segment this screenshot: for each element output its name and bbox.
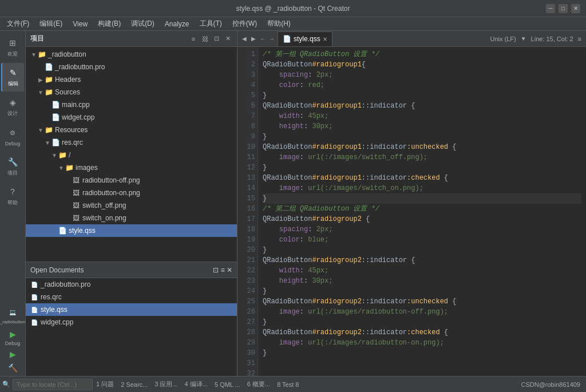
sidebar-item-build[interactable]: 🔨	[1, 362, 24, 374]
close-button[interactable]: ✕	[571, 4, 580, 13]
menu-item-e[interactable]: 编辑(E)	[35, 18, 67, 30]
status-search[interactable]: 2 Searc...	[117, 378, 151, 391]
run2-icon: ▶	[7, 349, 18, 360]
editor-area: ◀ ▶ ← → 📄 style.qss ✕ Unix (LF) ▼ Line: …	[237, 31, 586, 376]
menu-item-t[interactable]: 工具(T)	[195, 18, 227, 30]
folder-icon-resources: 📁	[44, 125, 53, 134]
tree-item-slash[interactable]: ▼ 📁 /	[26, 149, 237, 161]
code-line-1: /* 第一组 QRadioButton 设置 */	[263, 49, 581, 60]
tab-close-styleqss[interactable]: ✕	[323, 36, 327, 42]
locate-input[interactable]	[13, 379, 93, 390]
menu-item-b[interactable]: 构建(B)	[93, 18, 125, 30]
status-compile-label: 4 编译...	[185, 380, 208, 389]
doc-item-widget[interactable]: 📄 widget.cpp	[26, 316, 237, 328]
tree-item-main[interactable]: 📄 main.cpp	[26, 98, 237, 111]
status-problems[interactable]: 1 问题	[93, 378, 117, 391]
link-icon[interactable]: ⛓	[200, 34, 209, 43]
sidebar-item-projects[interactable]: 🔧 项目	[1, 152, 24, 181]
tab-nav-left[interactable]: ◀	[240, 33, 249, 45]
menu-item-analyze[interactable]: Analyze	[160, 19, 194, 29]
doc-icon-resqrc: 📄	[30, 293, 38, 301]
project-tree: ▼ 📁 _radiobutton 📄 _radiobutton.pro ▶ 📁 …	[26, 47, 237, 262]
menu-item-w[interactable]: 控件(W)	[228, 18, 262, 30]
code-line-22: QRadioButton#radiogroup2::indicator {	[263, 255, 581, 266]
status-outline[interactable]: 6 概要...	[244, 378, 274, 391]
tab-nav-right[interactable]: ▶	[249, 33, 258, 45]
code-line-26: QRadioButton#radiogroup2::indicator:unch…	[263, 296, 581, 307]
sidebar-item-debug[interactable]: ⚙ Debug	[1, 122, 24, 151]
open-docs-expand-icon[interactable]: ⊡	[213, 266, 219, 274]
tree-item-sources[interactable]: ▼ 📁 Sources	[26, 86, 237, 98]
open-docs-more-icon[interactable]: ≡	[221, 266, 225, 274]
status-test[interactable]: 8 Test 8	[274, 378, 302, 391]
code-line-8: height: 30px;	[263, 121, 581, 132]
menu-item-view[interactable]: View	[68, 19, 92, 29]
tree-item-swon[interactable]: 🖼 switch_on.png	[26, 212, 237, 224]
status-user: CSDN@robin861409	[517, 378, 584, 391]
tree-item-rbon[interactable]: 🖼 radiobutton-on.png	[26, 187, 237, 199]
tree-item-styleqss[interactable]: 📄 style.qss	[26, 224, 237, 237]
close-panel-icon[interactable]: ✕	[223, 34, 232, 43]
code-line-29: QRadioButton#radiogroup2::indicator:chec…	[263, 327, 581, 338]
tree-item-root[interactable]: ▼ 📁 _radiobutton	[26, 48, 237, 61]
editor-options-btn[interactable]: ≡	[578, 35, 581, 42]
status-problems-label: 1 问题	[96, 380, 114, 389]
device-icon: 💻	[7, 306, 18, 318]
tab-styleqss[interactable]: 📄 style.qss ✕	[278, 31, 332, 46]
code-line-2: QRadioButton#radiogroup1{	[263, 60, 581, 70]
file-icon-styleqss: 📄	[58, 226, 67, 235]
file-icon-main: 📄	[51, 100, 60, 109]
tab-icon-styleqss: 📄	[283, 35, 291, 43]
project-panel-header: 项目 ≡ ⛓ ⊡ ✕	[26, 31, 237, 47]
tree-item-pro[interactable]: 📄 _radiobutton.pro	[26, 61, 237, 73]
code-line-9: }	[263, 132, 581, 142]
sidebar-item-design[interactable]: ◈ 设计	[1, 93, 24, 121]
minimize-button[interactable]: ─	[546, 4, 555, 13]
code-line-4: color: red;	[263, 80, 581, 90]
doc-item-resqrc[interactable]: 📄 res.qrc	[26, 291, 237, 303]
sidebar-item-run2[interactable]: ▶	[1, 349, 24, 360]
tree-item-rboff[interactable]: 🖼 radiobutton-off.png	[26, 174, 237, 187]
tree-item-headers[interactable]: ▶ 📁 Headers	[26, 73, 237, 86]
doc-label-widget: widget.cpp	[41, 318, 73, 326]
sidebar-item-run[interactable]: ▶ Debug	[1, 329, 24, 346]
tree-item-widget[interactable]: 📄 widget.cpp	[26, 111, 237, 124]
open-docs-close-icon[interactable]: ✕	[227, 266, 232, 274]
filter-icon[interactable]: ≡	[189, 34, 198, 43]
menu-item-h[interactable]: 帮助(H)	[263, 18, 295, 30]
code-line-28: }	[263, 317, 581, 327]
doc-label-styleqss: style.qss	[41, 306, 68, 314]
menu-item-f[interactable]: 文件(F)	[2, 18, 34, 30]
line-numbers: 1234567891011121314151617181920212223242…	[237, 47, 258, 376]
doc-icon-pro: 📄	[30, 280, 38, 288]
tab-nav-back[interactable]: ←	[258, 33, 267, 45]
doc-label-resqrc: res.qrc	[41, 293, 62, 301]
sidebar-item-help[interactable]: ? 帮助	[1, 182, 24, 211]
arrow-headers: ▶	[37, 77, 44, 83]
sidebar-label-projects: 项目	[7, 169, 18, 177]
encoding-label: Unix (LF)	[490, 35, 516, 42]
code-editor[interactable]: /* 第一组 QRadioButton 设置 */QRadioButton#ra…	[258, 47, 586, 376]
tab-nav-forward[interactable]: →	[267, 33, 276, 45]
help-icon: ?	[7, 186, 18, 197]
doc-item-pro[interactable]: 📄 _radiobutton.pro	[26, 278, 237, 291]
locate-search[interactable]: 🔍	[2, 379, 93, 390]
expand-icon[interactable]: ⊡	[212, 34, 221, 43]
status-apply[interactable]: 3 应用...	[151, 378, 181, 391]
maximize-button[interactable]: □	[559, 4, 568, 13]
tree-item-swoff[interactable]: 🖼 switch_off.png	[26, 199, 237, 212]
code-line-27: image: url(:/images/radiobutton-off.png)…	[263, 307, 581, 317]
status-compile[interactable]: 4 编译...	[181, 378, 211, 391]
doc-item-styleqss[interactable]: 📄 style.qss	[26, 303, 237, 316]
file-icon-rboff: 🖼	[72, 176, 81, 185]
status-qml[interactable]: 5 QML ...	[211, 378, 244, 391]
folder-icon-sources: 📁	[44, 88, 53, 97]
sidebar-item-device[interactable]: 💻 _radiobutton	[1, 304, 24, 327]
menu-item-d[interactable]: 调试(D)	[126, 18, 159, 30]
tree-item-resources[interactable]: ▼ 📁 Resources	[26, 124, 237, 136]
tree-item-resqrc[interactable]: ▼ 📄 res.qrc	[26, 136, 237, 149]
sidebar-item-welcome[interactable]: ⊞ 欢迎	[1, 33, 24, 62]
sidebar-item-edit[interactable]: ✎ 编辑	[1, 63, 24, 92]
tree-item-images[interactable]: ▼ 📁 images	[26, 161, 237, 174]
window-title: style.qss @ _radiobutton - Qt Creator	[40, 5, 546, 13]
